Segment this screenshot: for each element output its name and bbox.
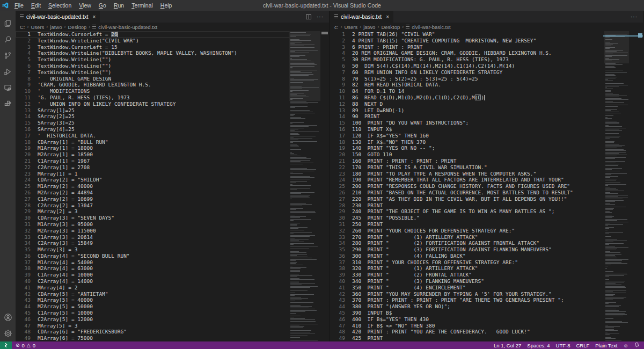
code-line[interactable]: 25M1Array[2] = 40000 — [16, 183, 289, 190]
code-line[interactable]: 46400 IF B$="YES" THEN 430 — [330, 316, 604, 323]
code-line[interactable]: 14SArray[2]=25 — [16, 113, 289, 120]
code-line[interactable]: 12' UNION INFO ON LIKELY CONFEDERATE STR… — [16, 101, 289, 107]
code-line[interactable]: 23MArray[1] = 1 — [16, 171, 289, 177]
close-icon[interactable] — [93, 14, 96, 20]
breadcrumb-item[interactable]: C: — [20, 24, 25, 30]
code-line[interactable]: 16110 INPUT X$ — [330, 126, 604, 133]
code-line[interactable]: 27C1Array[2] = 10699 — [16, 196, 289, 202]
code-line[interactable]: 29240 PRINT "THE OBJECT OF THE GAME IS T… — [330, 208, 604, 215]
explorer-icon[interactable] — [0, 15, 16, 31]
code-line[interactable]: 1288 NEXT D — [330, 101, 604, 107]
code-line[interactable]: 34C2Array[3] = 15849 — [16, 240, 289, 246]
breadcrumb[interactable]: c:›Users›jatwo›Desktop›civil-war-basic.t… — [330, 23, 643, 31]
code-line[interactable]: 31250 PRINT — [330, 221, 604, 228]
breadcrumb-file[interactable]: civil-war-basic.txt — [406, 24, 450, 30]
language-mode[interactable]: Plain Text — [595, 343, 617, 348]
code-line[interactable]: 28C2Array[2] = 13047 — [16, 202, 289, 209]
menu-terminal[interactable]: Terminal — [128, 2, 157, 9]
close-icon[interactable] — [386, 14, 389, 20]
tab-civil-war-basic-updated[interactable]: civil-war-basic-updated.txt — [16, 11, 100, 23]
code-line[interactable]: 982 REM READ HISTORICAL DATA. — [330, 82, 604, 88]
code-line[interactable]: 22170 PRINT "THIS IS A CIVIL WAR SIMULAT… — [330, 164, 604, 171]
code-area[interactable]: 12 PRINT TAB(26) "CIVIL WAR"24 PRINT TAB… — [330, 31, 604, 341]
code-line[interactable]: 17' HISTORICAL DATA. — [16, 133, 289, 139]
code-line[interactable]: 23180 PRINT "TO PLAY TYPE A RESPONSE WHE… — [330, 171, 604, 177]
warnings-icon[interactable]: △ — [27, 343, 31, 348]
code-line[interactable]: 42360 PRINT "YOU MAY SURRENDER BY TYPING… — [330, 291, 604, 297]
code-line[interactable]: 32M2Array[3] = 115000 — [16, 228, 289, 234]
code-line[interactable]: 15100 PRINT "DO YOU WANT INSTRUCTIONS"; — [330, 120, 604, 126]
code-line[interactable]: 760 REM UNION INFO ON LIKELY CONFEDERATE… — [330, 69, 604, 76]
menu-file[interactable]: File — [11, 2, 27, 9]
code-line[interactable]: 48CDArray[6] = "FREDERICKSBURG" — [16, 329, 289, 335]
breadcrumb-item[interactable]: Desktop — [68, 24, 87, 30]
code-line[interactable]: 36300 PRINT " (4) FALLING BACK" — [330, 253, 604, 259]
scrollbar-slider[interactable] — [321, 32, 328, 34]
remote-indicator[interactable] — [0, 341, 12, 349]
code-line[interactable]: 36 PRINT : PRINT : PRINT — [330, 44, 604, 50]
code-line[interactable]: 30CDArray[3] = "SEVEN DAYS" — [16, 215, 289, 221]
code-line[interactable]: 42CDArray[5] = "ANTIETAM" — [16, 291, 289, 297]
code-line[interactable]: 24190 PRINT "REMEMBER THAT ALL FACTORS A… — [330, 177, 604, 183]
code-line[interactable]: 4TextWindow.WriteLine("BIBLEBYTE BOOKS, … — [16, 50, 289, 56]
code-line[interactable]: 26210 PRINT "BASED ON THE ACTUAL OCCURRE… — [330, 190, 604, 196]
errors-count[interactable]: 0 — [22, 343, 25, 348]
code-line[interactable]: 31M1Array[3] = 95000 — [16, 221, 289, 228]
menu-run[interactable]: Run — [110, 2, 128, 9]
code-line[interactable]: 1389 LET D=RND(-1) — [330, 107, 604, 114]
code-line[interactable]: 40340 PRINT " (3) FLANKING MANEUVERS" — [330, 278, 604, 285]
breadcrumb-item[interactable]: jatwo — [50, 24, 62, 30]
code-line[interactable]: 18130 IF X$="NO" THEN 370 — [330, 139, 604, 146]
code-line[interactable]: 47410 IF B$ <> "NO" THEN 380 — [330, 323, 604, 329]
code-line[interactable]: 43M1Array[5] = 40000 — [16, 297, 289, 303]
code-line[interactable]: 12 PRINT TAB(26) "CIVIL WAR" — [330, 31, 604, 38]
breadcrumb-item[interactable]: c: — [334, 24, 338, 30]
more-actions-icon[interactable] — [317, 14, 324, 20]
errors-icon[interactable]: ⊘ — [16, 343, 20, 348]
code-line[interactable]: 24CDArray[2] = "SHILOH" — [16, 177, 289, 183]
code-line[interactable]: 17120 IF X$="YES" THEN 160 — [330, 133, 604, 139]
code-line[interactable]: 1490 PRINT — [330, 113, 604, 120]
code-line[interactable]: 48420 PRINT : PRINT "YOU ARE THE CONFEDE… — [330, 329, 604, 335]
cursor-position[interactable]: Ln 1, Col 27 — [494, 343, 521, 348]
feedback-smiley-icon[interactable]: ☺ — [623, 343, 628, 348]
code-line[interactable]: 37M1Array[4] = 54000 — [16, 259, 289, 266]
notifications-bell-icon[interactable] — [634, 342, 639, 348]
code-line[interactable]: 40C2Array[4] = 14000 — [16, 278, 289, 285]
code-line[interactable]: 420 REM ORIGINAL GAME DESIGN: CRAM, GOOD… — [330, 50, 604, 56]
menu-edit[interactable]: Edit — [27, 2, 45, 9]
code-line[interactable]: 39C1Array[4] = 10000 — [16, 272, 289, 278]
code-line[interactable]: 49425 PRINT — [330, 335, 604, 341]
code-line[interactable]: 19M1Array[1] = 18000 — [16, 145, 289, 151]
menu-selection[interactable]: Selection — [45, 2, 75, 9]
code-area[interactable]: 1TextWindow.CursorLeft = 262TextWindow.W… — [16, 31, 289, 341]
code-line[interactable]: 36CDArray[4] = "SECOND BULL RUN" — [16, 253, 289, 259]
more-actions-icon[interactable] — [631, 14, 638, 20]
code-line[interactable]: 20150 GOTO 110 — [330, 151, 604, 158]
indentation[interactable]: Spaces: 4 — [527, 343, 550, 348]
breadcrumb-item[interactable]: jatwo — [363, 24, 375, 30]
code-line[interactable]: 1TextWindow.CursorLeft = 26 — [16, 31, 289, 38]
run-and-debug-icon[interactable] — [0, 63, 16, 79]
code-line[interactable]: 38320 PRINT " (1) ARTILLERY ATTACK" — [330, 265, 604, 272]
code-line[interactable]: 33270 PRINT " (1) ARTILLERY ATTACK" — [330, 234, 604, 241]
code-line[interactable]: 39330 PRINT " (2) FRONTAL ATTACK" — [330, 272, 604, 278]
code-line[interactable]: 21C1Array[1] = 1967 — [16, 158, 289, 164]
code-line[interactable]: 34280 PRINT " (2) FORTIFICATION AGAINST … — [330, 240, 604, 246]
breadcrumb-file[interactable]: civil-war-basic-updated.txt — [92, 24, 157, 30]
code-line[interactable]: 13SArray[1]=25 — [16, 107, 289, 114]
code-line[interactable]: 22C2Array[1] = 2708 — [16, 164, 289, 171]
breadcrumb[interactable]: C:›Users›jatwo›Desktop›civil-war-basic-u… — [16, 23, 329, 31]
menu-go[interactable]: Go — [95, 2, 110, 9]
code-line[interactable]: 44M2Array[5] = 50000 — [16, 303, 289, 310]
breadcrumb-item[interactable]: Users — [344, 24, 357, 30]
code-line[interactable]: 32260 PRINT "YOUR CHOICES FOR DEFENSIVE … — [330, 228, 604, 234]
code-line[interactable]: 49M1Array[6] = 75000 — [16, 335, 289, 341]
menu-view[interactable]: View — [75, 2, 95, 9]
code-line[interactable]: 7TextWindow.WriteLine("") — [16, 69, 289, 76]
code-line[interactable]: 25200 PRINT "RESPONSES COULD CHANGE HIST… — [330, 183, 604, 190]
code-line[interactable]: 1186 READ C$(D),M1(D),M2(D),C1(D),C2(D),… — [330, 94, 604, 101]
code-line[interactable]: 1084 FOR D=1 TO 14 — [330, 88, 604, 94]
split-editor-icon[interactable] — [306, 14, 311, 19]
code-line[interactable]: 19140 PRINT "YES OR NO -- "; — [330, 145, 604, 151]
